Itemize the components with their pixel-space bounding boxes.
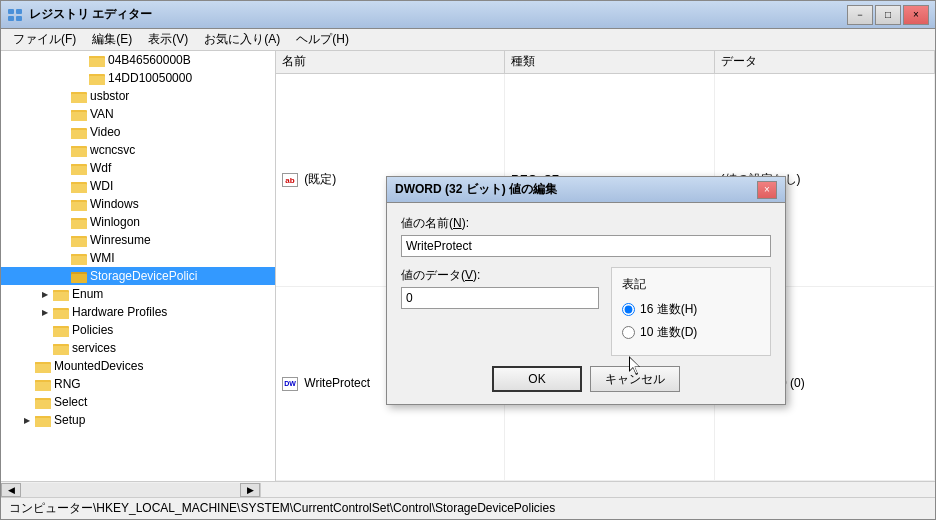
tree-item-Winresume[interactable]: Winresume xyxy=(1,231,275,249)
tree-item-usbstor[interactable]: usbstor xyxy=(1,87,275,105)
tree-expander xyxy=(19,376,35,392)
tree-label: 04B46560000B xyxy=(108,53,191,67)
svg-rect-33 xyxy=(71,220,87,229)
tree-item-wcncsvc[interactable]: wcncsvc xyxy=(1,141,275,159)
tree-label: 14DD10050000 xyxy=(108,71,192,85)
folder-icon xyxy=(89,53,105,67)
menu-help[interactable]: ヘルプ(H) xyxy=(288,29,357,50)
ab-icon: ab xyxy=(282,173,298,187)
tree-item-MountedDevices[interactable]: MountedDevices xyxy=(1,357,275,375)
tree-label: WMI xyxy=(90,251,115,265)
tree-item-04B[interactable]: 04B46560000B xyxy=(1,51,275,69)
folder-icon xyxy=(89,71,105,85)
folder-icon xyxy=(35,359,51,373)
svg-rect-6 xyxy=(89,58,105,67)
svg-rect-42 xyxy=(71,274,87,283)
dialog-data-left: 値のデータ(V): xyxy=(401,267,599,356)
col-type: 種類 xyxy=(504,51,714,73)
title-bar: レジストリ エディター － □ × xyxy=(1,1,935,29)
radio-dec-row[interactable]: 10 進数(D) xyxy=(622,324,760,341)
folder-icon xyxy=(71,107,87,121)
tree-item-14DD[interactable]: 14DD10050000 xyxy=(1,69,275,87)
menu-file[interactable]: ファイル(F) xyxy=(5,29,84,50)
folder-icon xyxy=(71,251,87,265)
svg-rect-45 xyxy=(53,292,69,301)
tree-item-Policies[interactable]: Policies xyxy=(1,321,275,339)
tree-item-RNG[interactable]: RNG xyxy=(1,375,275,393)
name-label: 値の名前(N): xyxy=(401,215,771,232)
data-label: 値のデータ(V): xyxy=(401,267,599,284)
close-button[interactable]: × xyxy=(903,5,929,25)
dialog-buttons: OK キャンセル xyxy=(401,366,771,392)
tree-label: Video xyxy=(90,125,120,139)
tree-label: Hardware Profiles xyxy=(72,305,167,319)
svg-rect-63 xyxy=(35,400,51,409)
tree-scroll[interactable]: 04B46560000B 14DD10050000 usbstor xyxy=(1,51,275,481)
radio-hex[interactable] xyxy=(622,303,635,316)
dialog-title-text: DWORD (32 ビット) 値の編集 xyxy=(395,181,757,198)
folder-icon xyxy=(35,413,51,427)
tree-expander xyxy=(55,88,71,104)
tree-expander-setup[interactable]: ▶ xyxy=(19,412,35,428)
svg-rect-66 xyxy=(35,418,51,427)
horizontal-scrollbar[interactable]: ◀ ▶ xyxy=(1,481,935,497)
tree-label: RNG xyxy=(54,377,81,391)
svg-rect-1 xyxy=(16,9,22,14)
svg-rect-9 xyxy=(89,76,105,85)
radio-hex-row[interactable]: 16 進数(H) xyxy=(622,301,760,318)
folder-icon xyxy=(71,233,87,247)
tree-expander xyxy=(55,142,71,158)
menu-favorites[interactable]: お気に入り(A) xyxy=(196,29,288,50)
tree-expander xyxy=(55,214,71,230)
menu-view[interactable]: 表示(V) xyxy=(140,29,196,50)
menu-edit[interactable]: 編集(E) xyxy=(84,29,140,50)
tree-label: Windows xyxy=(90,197,139,211)
tree-item-WDI[interactable]: WDI xyxy=(1,177,275,195)
tree-item-Select[interactable]: Select xyxy=(1,393,275,411)
svg-rect-2 xyxy=(8,16,14,21)
tree-expander-hw[interactable]: ▶ xyxy=(37,304,53,320)
folder-icon xyxy=(71,89,87,103)
data-input[interactable] xyxy=(401,287,599,309)
tree-expander xyxy=(55,106,71,122)
tree-item-Wdf[interactable]: Wdf xyxy=(1,159,275,177)
svg-rect-21 xyxy=(71,148,87,157)
title-bar-buttons: － □ × xyxy=(847,5,929,25)
minimize-button[interactable]: － xyxy=(847,5,873,25)
tree-item-Windows[interactable]: Windows xyxy=(1,195,275,213)
dialog-body: 値の名前(N): 値のデータ(V): 表記 1 xyxy=(387,203,785,404)
tree-label: Enum xyxy=(72,287,103,301)
tree-item-services[interactable]: services xyxy=(1,339,275,357)
maximize-button[interactable]: □ xyxy=(875,5,901,25)
dialog-close-button[interactable]: × xyxy=(757,181,777,199)
tree-item-Setup[interactable]: ▶ Setup xyxy=(1,411,275,429)
tree-label: services xyxy=(72,341,116,355)
col-data: データ xyxy=(714,51,934,73)
tree-item-Video[interactable]: Video xyxy=(1,123,275,141)
ok-button[interactable]: OK xyxy=(492,366,582,392)
folder-icon xyxy=(35,395,51,409)
tree-expander xyxy=(37,340,53,356)
name-input[interactable] xyxy=(401,235,771,257)
tree-item-VAN[interactable]: VAN xyxy=(1,105,275,123)
tree-expander xyxy=(55,160,71,176)
tree-label: WDI xyxy=(90,179,113,193)
col-name: 名前 xyxy=(276,51,504,73)
tree-item-HardwareProfiles[interactable]: ▶ Hardware Profiles xyxy=(1,303,275,321)
tree-label: Select xyxy=(54,395,87,409)
svg-rect-12 xyxy=(71,94,87,103)
tree-item-Enum[interactable]: ▶ Enum xyxy=(1,285,275,303)
radio-hex-label: 16 進数(H) xyxy=(640,301,697,318)
tree-label: wcncsvc xyxy=(90,143,135,157)
radio-dec[interactable] xyxy=(622,326,635,339)
cancel-button[interactable]: キャンセル xyxy=(590,366,680,392)
svg-rect-51 xyxy=(53,328,69,337)
folder-icon xyxy=(71,161,87,175)
tree-item-WMI[interactable]: WMI xyxy=(1,249,275,267)
svg-rect-30 xyxy=(71,202,87,211)
radio-dec-label: 10 進数(D) xyxy=(640,324,697,341)
folder-icon xyxy=(53,305,69,319)
tree-item-StorageDevice[interactable]: StorageDevicePolici xyxy=(1,267,275,285)
tree-expander-enum[interactable]: ▶ xyxy=(37,286,53,302)
tree-item-Winlogon[interactable]: Winlogon xyxy=(1,213,275,231)
